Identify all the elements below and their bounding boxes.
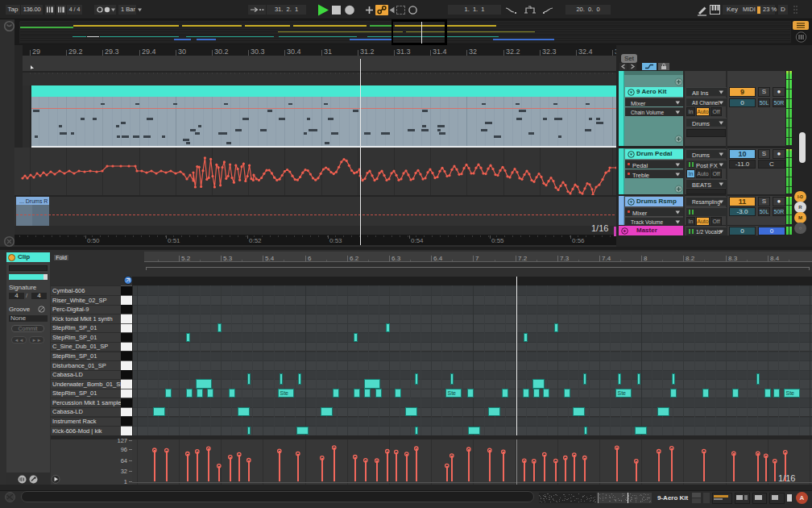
svg-text:Ste: Ste [786, 390, 795, 396]
svg-text:Kick tonal Mkit 1 synth: Kick tonal Mkit 1 synth [52, 315, 113, 323]
svg-text:8.3: 8.3 [728, 255, 738, 262]
svg-text:6.4: 6.4 [433, 255, 443, 262]
svg-text:Cabasa-LD: Cabasa-LD [52, 371, 84, 378]
svg-text:29.2: 29.2 [68, 48, 83, 56]
svg-text:8.4: 8.4 [770, 255, 780, 262]
svg-text:1/16: 1/16 [591, 223, 608, 233]
svg-text:Instrument Rack: Instrument Rack [52, 418, 97, 425]
svg-text:0:55: 0:55 [491, 237, 504, 244]
svg-text:StepRim_SP_01: StepRim_SP_01 [52, 334, 97, 341]
svg-text:0:54: 0:54 [411, 237, 424, 244]
svg-text:96: 96 [121, 446, 127, 453]
svg-text:32.4: 32.4 [578, 48, 593, 56]
svg-text:32.2: 32.2 [506, 48, 520, 56]
svg-text:31.2: 31.2 [360, 48, 375, 56]
svg-text:Underwater_Bomb_01_SP: Underwater_Bomb_01_SP [52, 381, 124, 388]
svg-text:32: 32 [469, 48, 477, 56]
svg-text:StepRim_SP_01: StepRim_SP_01 [52, 324, 97, 331]
svg-text:7.4: 7.4 [602, 255, 611, 262]
svg-text:31: 31 [324, 48, 332, 56]
svg-text:... Drums R: ... Drums R [19, 198, 48, 204]
svg-text:5.3: 5.3 [223, 255, 233, 262]
svg-text:29: 29 [32, 48, 40, 56]
svg-text:Percussion Mkit 1 sample: Percussion Mkit 1 sample [52, 399, 121, 406]
svg-text:Ste: Ste [618, 390, 627, 396]
svg-text:Ste: Ste [448, 390, 457, 396]
svg-text:7.2: 7.2 [518, 255, 528, 262]
svg-text:6.2: 6.2 [350, 255, 359, 262]
svg-text:29.4: 29.4 [142, 48, 156, 56]
svg-text:7: 7 [475, 255, 479, 262]
svg-text:29.3: 29.3 [105, 48, 119, 56]
svg-text:30: 30 [178, 48, 186, 56]
svg-text:0:56: 0:56 [572, 237, 585, 244]
svg-text:64: 64 [121, 457, 127, 464]
svg-text:0:50: 0:50 [87, 237, 100, 244]
svg-text:30.4: 30.4 [287, 48, 301, 56]
svg-text:30.3: 30.3 [251, 48, 265, 56]
svg-text:1/16: 1/16 [778, 473, 795, 483]
svg-text:StepRim_SP_01: StepRim_SP_01 [52, 352, 97, 360]
svg-text:Kick-606-Mod | kik: Kick-606-Mod | kik [52, 427, 102, 435]
svg-text:6.3: 6.3 [392, 255, 401, 262]
svg-text:Cymbal-606: Cymbal-606 [52, 287, 85, 294]
svg-text:0:51: 0:51 [168, 237, 180, 244]
svg-text:5.4: 5.4 [265, 255, 275, 262]
svg-text:6: 6 [308, 255, 312, 262]
svg-text:8: 8 [644, 255, 648, 262]
svg-text:StepRim_SP_01: StepRim_SP_01 [52, 389, 97, 397]
svg-text:C_Sine_Dub_01_SP: C_Sine_Dub_01_SP [52, 343, 108, 350]
svg-text:32: 32 [121, 468, 127, 475]
svg-text:Riser_White_02_SP: Riser_White_02_SP [52, 297, 107, 304]
svg-text:31.4: 31.4 [433, 48, 447, 56]
svg-text:31.3: 31.3 [396, 48, 411, 56]
svg-text:Perc-Digital-9: Perc-Digital-9 [52, 306, 89, 313]
svg-text:5.2: 5.2 [181, 255, 191, 262]
svg-text:127: 127 [117, 437, 127, 444]
svg-text:0:53: 0:53 [329, 237, 342, 244]
svg-text:0:52: 0:52 [249, 237, 262, 244]
svg-text:7.3: 7.3 [560, 255, 570, 262]
svg-text:32.3: 32.3 [542, 48, 557, 56]
svg-text:Cabasa-LD: Cabasa-LD [52, 408, 84, 415]
svg-text:Disturbance_01_SP: Disturbance_01_SP [52, 362, 106, 369]
svg-text:Ste: Ste [280, 390, 289, 396]
svg-text:30.2: 30.2 [214, 48, 229, 56]
svg-text:8.2: 8.2 [686, 255, 695, 262]
